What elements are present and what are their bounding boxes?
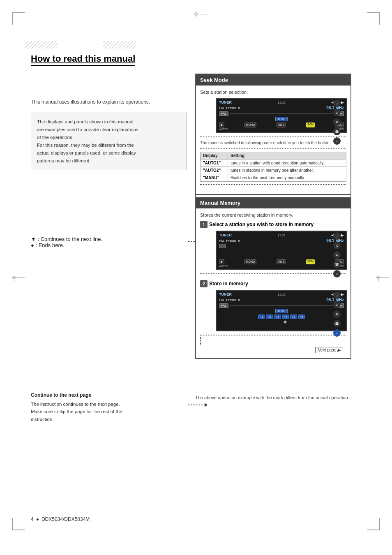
dotted-separator-3 [200, 184, 346, 185]
step2-touch-hand: ☞ [276, 320, 282, 328]
fm-label: FM [219, 106, 224, 110]
main-content: How to read this manual This manual uses… [31, 53, 360, 485]
manual-memory-header: Manual Memory [196, 197, 350, 208]
panel-separator [196, 194, 350, 195]
side-icon-5: ○ [333, 137, 341, 145]
crosshair-mid-right [376, 276, 380, 279]
continue-section: Continue to the next page The instructio… [31, 392, 187, 423]
seek-note: The mode is switched in following order … [200, 139, 346, 147]
step1-time: 11:21 [277, 234, 286, 237]
next-page-box: Next page ▶ [315, 347, 343, 353]
step2-dotted [200, 335, 346, 335]
col-setting: Setting [228, 152, 346, 160]
seek-mode-desc: Sets a station selection. [200, 90, 346, 95]
step1-touch-indicators: ☞ ☞ [219, 250, 344, 258]
step1-device: TUNER 11:21 ◀◀ ▶▶ FM Preset 6 98.1 MHz [216, 231, 331, 270]
left-column: This manual uses illustrations to explai… [31, 98, 187, 423]
step2-side-icons: ♪ ⊙ ≡ ☎ ○ [333, 291, 341, 337]
panel-caption: The above operation example with the mar… [195, 394, 349, 401]
preset-num: 6 [238, 106, 240, 110]
device-side-icons: ♪ ⊙ ≡ ☎ ○ [333, 99, 341, 145]
side-icon-2: ⊙ [333, 109, 341, 116]
auto1-label: AUTO1 [219, 128, 228, 131]
crosshair-top [194, 12, 198, 16]
panel-box: Seek Mode Sets a station selection. TUNE… [195, 74, 351, 359]
seek-device-time: 11:21 [277, 101, 286, 104]
corner-mark-bl [12, 518, 25, 530]
step2-label: 2 Store in memory [200, 280, 346, 287]
svg-rect-2 [103, 41, 136, 49]
device-screen-seek: TUNER 11:21 ◀◀ ▶▶ FM Preset 6 98.1 MHz [216, 98, 347, 133]
side-icon-1: ♪ [333, 99, 341, 107]
page-title: How to read this manual [31, 53, 135, 66]
pay-btn[interactable]: PAY [219, 111, 228, 116]
nav-play[interactable]: ▶ [219, 123, 224, 127]
corner-mark-br [367, 518, 380, 530]
manual-memory-desc: Stores the current receiving station in … [200, 213, 346, 217]
table-row-auto2: "AUTO2" tunes in stations in memory one … [201, 167, 346, 174]
bullet-ends: ● : Ends here. [31, 242, 187, 248]
manual-memory-body: Stores the current receiving station in … [196, 211, 350, 358]
page-number: 4 [31, 516, 34, 522]
col-display: Display [201, 152, 228, 160]
continue-connector [188, 403, 208, 407]
hatch-decoration-top [25, 41, 173, 49]
nav-scn[interactable]: SCN [306, 123, 315, 127]
dotted-v [200, 337, 346, 345]
right-column: Seek Mode Sets a station selection. TUNE… [195, 74, 351, 359]
dotted-separator-2 [200, 148, 346, 149]
device-screen-step1: TUNER 11:21 ◀◀ ▶▶ FM Preset 6 98.1 MHz [216, 231, 347, 270]
setting-manu: Switches to the next frequency manually. [228, 174, 346, 182]
manual-memory-section: Manual Memory Stores the current receivi… [196, 197, 350, 358]
grey-box: The displays and panels shown in this ma… [31, 113, 187, 170]
seek-mode-header: Seek Mode [196, 74, 350, 86]
preset-label: Preset [226, 106, 236, 110]
crosshair-mid-left [12, 276, 16, 279]
tuner-label: TUNER [219, 100, 232, 104]
seek-mode-section: Seek Mode Sets a station selection. TUNE… [196, 74, 350, 194]
bullet-icon: ● [36, 516, 39, 522]
corner-mark-tr [367, 12, 380, 25]
display-auto2: "AUTO2" [201, 167, 228, 174]
table-row-manu: "MANU" Switches to the next frequency ma… [201, 174, 346, 182]
auto-btn[interactable]: AUTO [275, 117, 287, 121]
side-icon-4: ☎ [333, 128, 341, 135]
setting-auto1: tunes in a station with good reception a… [228, 160, 346, 167]
bullets-area: ▼ : Continues to the next line. ● : Ends… [31, 236, 187, 248]
model-name: DDX5034/DDX5034M [42, 516, 90, 522]
seek-mode-device: TUNER 11:21 ◀◀ ▶▶ FM Preset 6 98.1 MHz [216, 98, 331, 133]
seek-mode-body: Sets a station selection. TUNER 11:21 ◀◀… [196, 88, 350, 194]
touch-hand-2: ☞ [283, 250, 289, 258]
setting-auto2: tunes in stations in memory one after an… [228, 167, 346, 174]
nav-mono[interactable]: MONO [244, 123, 257, 127]
step1-label: 1 Select a station you wish to store in … [200, 221, 346, 228]
continue-text: The instruction continues to the next pa… [31, 400, 187, 423]
step1-side-icons: ♪ ⊙ ≡ ☎ ○ [333, 232, 341, 278]
side-icon-3: ≡ [333, 118, 341, 126]
next-page-area: Next page ▶ [200, 345, 346, 355]
setting-table: Display Setting "AUTO1" tunes in a stati… [200, 152, 346, 182]
device-screen-step2: TUNER 11:21 ◀◀ ▶▶ FM Preset 6 95.1 MHz [216, 290, 347, 331]
dotted-separator-1 [200, 136, 346, 137]
bullet-continues: ▼ : Continues to the next line. [31, 236, 187, 242]
touch-hand-1: ☞ [274, 250, 280, 258]
step1-tuner: TUNER [219, 233, 232, 237]
step1-dotted [200, 273, 346, 274]
step1-number: 1 [200, 221, 208, 228]
page-footer: 4 ● DDX5034/DDX5034M [31, 516, 90, 522]
nav-ams[interactable]: AMS [277, 123, 286, 127]
step2-device: TUNER 11:21 ◀◀ ▶▶ FM Preset 6 95.1 MHz [216, 290, 331, 331]
intro-text: This manual uses illustrations to explai… [31, 98, 187, 106]
display-auto1: "AUTO1" [201, 160, 228, 167]
svg-rect-1 [25, 41, 58, 49]
step2-number: 2 [200, 280, 208, 287]
corner-mark-tl [12, 12, 25, 25]
table-row-auto1: "AUTO1" tunes in a station with good rec… [201, 160, 346, 167]
display-manu: "MANU" [201, 174, 228, 182]
preset-buttons: P1 P2 P3 P4 P5 P6 [219, 314, 344, 319]
continue-title: Continue to the next page [31, 392, 187, 398]
